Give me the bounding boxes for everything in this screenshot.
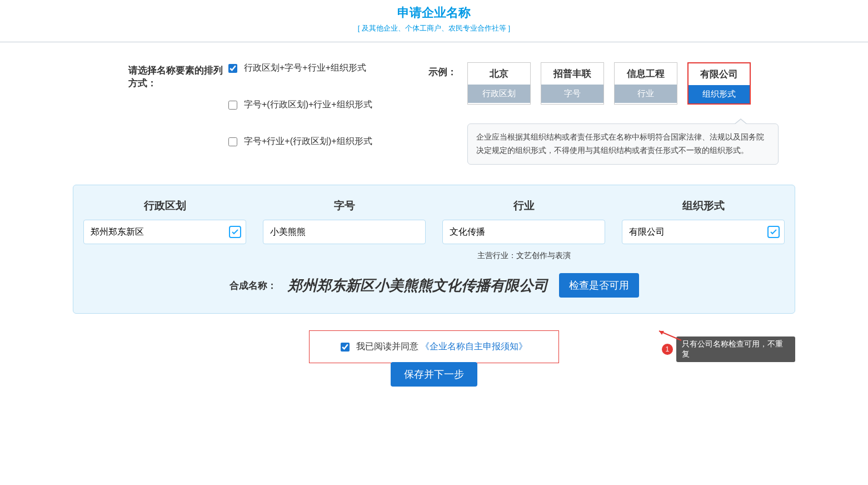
arrange-option-2-label: 字号+(行政区划)+行业+组织形式 — [244, 99, 372, 111]
form-col-industry: 行业 主营行业：文艺创作与表演 — [442, 199, 605, 261]
check-availability-button[interactable]: 检查是否可用 — [559, 273, 639, 298]
tradename-input[interactable] — [263, 220, 426, 244]
sub-industry-value: 文艺创作与表演 — [516, 251, 571, 260]
page-title: 申请企业名称 — [0, 4, 868, 21]
agree-text: 我已阅读并同意 — [356, 342, 418, 351]
arrange-label: 请选择名称要素的排列方式： — [73, 62, 228, 90]
example-cards: 北京 行政区划 招普丰联 字号 信息工程 行业 有限公司 组织形式 — [467, 62, 751, 105]
arrange-option-1-label: 行政区划+字号+行业+组织形式 — [244, 62, 366, 74]
example-card-orgform-bot: 组织形式 — [689, 85, 750, 103]
annotation-badge-1: 1 — [662, 344, 673, 355]
form-col-orgform: 组织形式 — [622, 199, 785, 261]
form-col-region-label: 行政区划 — [83, 199, 246, 213]
sub-industry-label: 主营行业： — [477, 251, 516, 260]
example-card-tradename-bot: 字号 — [541, 85, 603, 103]
example-label: 示例： — [428, 62, 467, 78]
select-icon[interactable] — [767, 225, 780, 239]
save-next-button[interactable]: 保存并下一步 — [391, 362, 477, 387]
agree-box: 我已阅读并同意 《企业名称自主申报须知》 — [309, 330, 559, 363]
form-col-industry-label: 行业 — [442, 199, 605, 213]
example-card-industry[interactable]: 信息工程 行业 — [614, 62, 677, 105]
example-card-region-bot: 行政区划 — [468, 85, 530, 103]
example-card-region-top: 北京 — [468, 63, 530, 85]
page-subtitle: [ 及其他企业、个体工商户、农民专业合作社等 ] — [0, 23, 868, 33]
annotation-1: 1 只有公司名称检查可用，不重复 — [662, 336, 795, 362]
svg-marker-3 — [659, 331, 664, 335]
page-header: 申请企业名称 [ 及其他企业、个体工商户、农民专业合作社等 ] — [0, 0, 868, 37]
form-col-tradename: 字号 — [263, 199, 426, 261]
header-divider — [0, 41, 868, 43]
arrange-checkbox-3[interactable] — [228, 137, 237, 146]
example-card-orgform[interactable]: 有限公司 组织形式 — [687, 62, 751, 105]
arrange-option-1[interactable]: 行政区划+字号+行业+组织形式 — [228, 62, 428, 74]
annotation-label-1: 只有公司名称检查可用，不重复 — [676, 336, 795, 362]
example-card-industry-bot: 行业 — [615, 85, 677, 103]
agree-checkbox[interactable] — [341, 343, 350, 352]
arrange-checkbox-2[interactable] — [228, 101, 237, 110]
select-icon[interactable] — [228, 225, 242, 239]
arrange-checkbox-1[interactable] — [228, 64, 237, 73]
orgform-input[interactable] — [622, 220, 785, 244]
form-col-tradename-label: 字号 — [263, 199, 426, 213]
example-card-orgform-top: 有限公司 — [689, 63, 750, 85]
example-tip: 企业应当根据其组织结构或者责任形式在名称中标明符合国家法律、法规以及国务院决定规… — [467, 123, 779, 165]
example-card-region[interactable]: 北京 行政区划 — [467, 62, 531, 105]
agree-link[interactable]: 《企业名称自主申报须知》 — [421, 342, 527, 351]
arrange-option-2[interactable]: 字号+(行政区划)+行业+组织形式 — [228, 99, 428, 111]
arrange-options: 行政区划+字号+行业+组织形式 字号+(行政区划)+行业+组织形式 字号+行业+… — [228, 62, 428, 172]
arrange-option-3-label: 字号+行业+(行政区划)+组织形式 — [244, 136, 372, 147]
example-card-tradename-top: 招普丰联 — [541, 63, 603, 85]
sub-industry: 主营行业：文艺创作与表演 — [442, 251, 605, 261]
compose-row: 合成名称： 郑州郑东新区小美熊熊文化传播有限公司 检查是否可用 — [83, 273, 785, 298]
example-card-tradename[interactable]: 招普丰联 字号 — [541, 62, 604, 105]
example-card-industry-top: 信息工程 — [615, 63, 677, 85]
form-col-region: 行政区划 — [83, 199, 246, 261]
region-input[interactable] — [83, 220, 246, 244]
compose-label: 合成名称： — [230, 279, 277, 292]
form-col-orgform-label: 组织形式 — [622, 199, 785, 213]
arrange-option-3[interactable]: 字号+行业+(行政区划)+组织形式 — [228, 136, 428, 147]
form-panel: 行政区划 字号 行业 主营行业：文艺创作与表演 — [73, 185, 795, 314]
compose-name: 郑州郑东新区小美熊熊文化传播有限公司 — [288, 276, 548, 295]
industry-input[interactable] — [442, 220, 605, 244]
